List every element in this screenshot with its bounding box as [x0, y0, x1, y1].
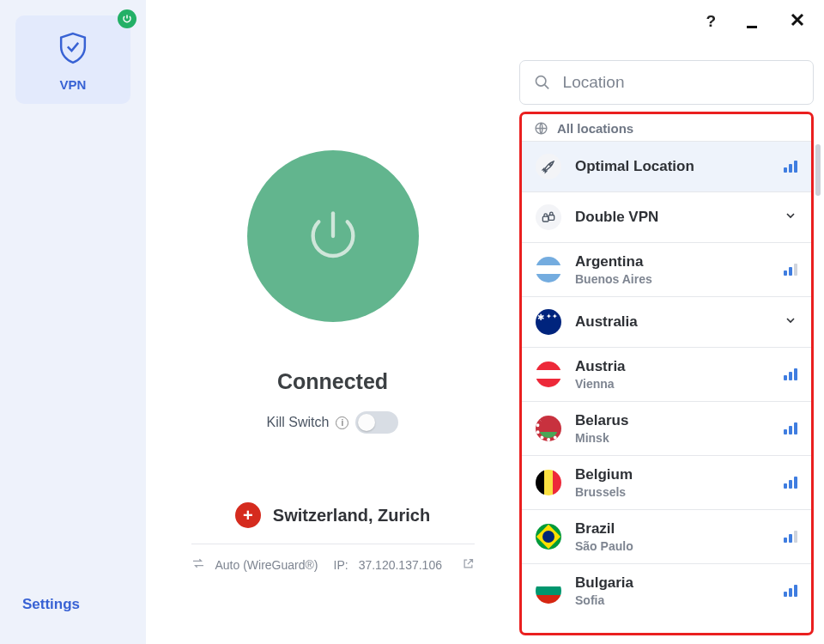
flag-switzerland-icon: +	[235, 502, 261, 528]
location-name: Bulgaria	[575, 574, 770, 592]
location-item-bulgaria[interactable]: BulgariaSofia	[522, 563, 811, 617]
location-city: São Paulo	[575, 539, 770, 553]
location-name: Optimal Location	[575, 158, 770, 175]
chevron-down-icon	[784, 209, 797, 226]
location-item-austria[interactable]: AustriaVienna	[522, 347, 811, 401]
location-search-input[interactable]	[563, 73, 799, 92]
flag-bulgaria-icon	[536, 578, 561, 604]
location-item-brazil[interactable]: BrazilSão Paulo	[522, 509, 811, 563]
svg-rect-5	[548, 216, 554, 221]
location-search[interactable]	[519, 60, 814, 105]
search-icon	[534, 73, 551, 92]
flag-austria-icon	[536, 361, 561, 387]
locations-list-container: All locations Optimal LocationDouble VPN…	[519, 112, 814, 635]
location-city: Sofia	[575, 593, 770, 607]
chevron-down-icon	[784, 313, 797, 331]
flag-belgium-icon	[536, 470, 561, 495]
close-button[interactable]	[790, 10, 805, 33]
signal-icon	[784, 422, 797, 434]
vpn-tab-label: VPN	[60, 77, 87, 92]
ip-prefix: IP:	[334, 558, 348, 572]
location-name: Australia	[575, 313, 770, 331]
svg-point-3	[549, 164, 551, 166]
scrollbar[interactable]	[815, 144, 821, 196]
signal-icon	[784, 477, 797, 489]
svg-rect-0	[747, 26, 757, 28]
globe-icon	[534, 121, 548, 136]
location-name: Double VPN	[575, 209, 770, 226]
help-button[interactable]: ?	[706, 12, 716, 31]
svg-rect-4	[542, 216, 548, 222]
flag-australia-icon: ✱✦✦	[536, 309, 561, 335]
vpn-tab[interactable]: VPN	[15, 15, 130, 104]
flag-belarus-icon	[536, 416, 561, 441]
location-name: Argentina	[575, 253, 770, 270]
location-item-double-vpn[interactable]: Double VPN	[522, 191, 811, 242]
sidebar: VPN Settings	[0, 0, 146, 644]
location-name: Brazil	[575, 520, 770, 538]
location-name: Belgium	[575, 466, 770, 483]
all-locations-header: All locations	[522, 114, 811, 141]
status-indicator-icon	[118, 9, 136, 28]
killswitch-row: Kill Switch i	[267, 411, 399, 434]
locations-panel: All locations Optimal LocationDouble VPN…	[519, 0, 824, 644]
location-name: Belarus	[575, 412, 770, 429]
connect-button[interactable]	[247, 150, 419, 322]
location-item-argentina[interactable]: ArgentinaBuenos Aires	[522, 242, 811, 296]
connection-status: Connected	[277, 369, 388, 394]
locations-list[interactable]: Optimal LocationDouble VPNArgentinaBueno…	[522, 141, 811, 633]
info-icon[interactable]: i	[336, 416, 348, 429]
current-location[interactable]: + Switzerland, Zurich	[235, 502, 430, 528]
signal-icon	[784, 585, 797, 597]
swap-icon[interactable]	[191, 556, 205, 573]
location-city: Brussels	[575, 485, 770, 499]
all-locations-label: All locations	[557, 121, 633, 136]
protocol-label: Auto (WireGuard®)	[215, 558, 318, 572]
settings-link[interactable]: Settings	[15, 587, 130, 629]
signal-icon	[784, 161, 797, 173]
location-city: Buenos Aires	[575, 272, 770, 286]
location-name: Austria	[575, 358, 770, 375]
killswitch-label: Kill Switch	[267, 415, 330, 430]
rocket-icon	[536, 154, 561, 179]
signal-icon	[784, 264, 797, 276]
svg-point-1	[536, 76, 545, 86]
double-lock-icon	[536, 204, 561, 230]
location-item-belgium[interactable]: BelgiumBrussels	[522, 455, 811, 509]
location-city: Minsk	[575, 431, 770, 445]
location-city: Vienna	[575, 377, 770, 391]
connection-details: Auto (WireGuard®) IP: 37.120.137.106	[191, 544, 475, 573]
location-item-australia[interactable]: ✱✦✦Australia	[522, 296, 811, 347]
signal-icon	[784, 368, 797, 380]
connection-panel: Connected Kill Switch i + Switzerland, Z…	[146, 0, 519, 644]
minimize-button[interactable]	[745, 14, 760, 36]
flag-brazil-icon	[536, 524, 561, 550]
current-location-text: Switzerland, Zurich	[273, 506, 430, 526]
shield-icon	[57, 31, 89, 69]
killswitch-toggle[interactable]	[355, 411, 398, 434]
open-external-icon[interactable]	[462, 557, 475, 573]
power-icon	[299, 202, 367, 270]
ip-value: 37.120.137.106	[359, 558, 442, 572]
titlebar: ?	[687, 0, 824, 43]
main: ? Connected Kill Switch i +	[146, 0, 824, 644]
location-item-belarus[interactable]: BelarusMinsk	[522, 401, 811, 455]
location-item-optimal-location[interactable]: Optimal Location	[522, 141, 811, 191]
flag-argentina-icon	[536, 257, 561, 283]
signal-icon	[784, 531, 797, 543]
